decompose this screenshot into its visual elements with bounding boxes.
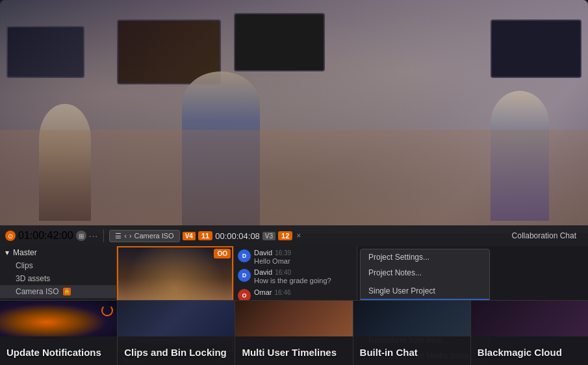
- card-title-bin: Clips and Bin Locking: [124, 347, 228, 359]
- app-window: ⊙ 01:00:42:00 ⊞ ··· ☰ ‹ › Camera ISO V4 …: [0, 0, 588, 365]
- bin-item-clips[interactable]: Clips: [0, 259, 116, 272]
- feature-card-bin-locking: Clips and Bin Locking: [118, 300, 235, 365]
- viewer-overlay-badge: OO: [214, 249, 231, 258]
- bin-clips-label: Clips: [16, 261, 33, 270]
- chat-message-1: D David 16:39 Hello Omar: [238, 249, 353, 266]
- card-img-bin: [118, 301, 235, 336]
- divider-1: [103, 229, 104, 242]
- chat-text-1: Hello Omar: [254, 257, 353, 266]
- background-photo: [0, 0, 588, 234]
- feature-cards: Update Notifications Clips and Bin Locki…: [0, 300, 588, 365]
- badge-v4: V4: [183, 232, 196, 240]
- master-chevron-icon: ▾: [5, 248, 9, 257]
- bin-nav-forward[interactable]: ›: [129, 232, 132, 240]
- person-right: [491, 91, 549, 221]
- layout-icon[interactable]: ⊞: [76, 231, 86, 241]
- chat-content-2: David 16:40 How is the grade going?: [254, 268, 353, 285]
- timecode-icon: ⊙: [5, 231, 16, 241]
- bin-panel-label: Camera ISO: [134, 232, 174, 240]
- panels-topbar: ⊙ 01:00:42:00 ⊞ ··· ☰ ‹ › Camera ISO V4 …: [0, 225, 588, 246]
- chat-content-1: David 16:39 Hello Omar: [254, 249, 353, 266]
- chat-text-2: How is the grade going?: [254, 276, 353, 285]
- chat-avatar-david-1: D: [238, 249, 251, 262]
- card-title-chat: Built-in Chat: [360, 347, 464, 359]
- panel-tab-chevron: ☰: [115, 232, 121, 240]
- card-title-timelines: Multi User Timelines: [242, 347, 346, 359]
- chat-time-3: 16:46: [275, 289, 291, 296]
- bin-panel-tab[interactable]: ☰ ‹ › Camera ISO: [109, 230, 179, 242]
- bin-3d-label: 3D assets: [16, 274, 50, 283]
- chat-sender-1: David: [254, 249, 272, 257]
- chat-content-3: Omar 16:46: [254, 288, 353, 296]
- chat-time-1: 16:39: [275, 249, 291, 257]
- dropdown-label-project-settings: Project Settings...: [368, 253, 429, 262]
- chat-sender-2: David: [254, 268, 272, 276]
- monitor-right: [491, 19, 582, 78]
- monitor-center2: [234, 13, 325, 71]
- bin-item-master[interactable]: ▾ Master: [0, 246, 116, 259]
- person-left: [39, 104, 91, 221]
- badge-12: 12: [278, 231, 292, 240]
- chat-avatar-david-2: D: [238, 269, 251, 282]
- timecode-center: 00:00:04:08: [215, 231, 260, 241]
- dropdown-single-user[interactable]: Single User Project: [361, 283, 489, 299]
- bin-item-3d[interactable]: 3D assets: [0, 272, 116, 285]
- dropdown-label-single-user: Single User Project: [368, 286, 435, 296]
- lock-icon: 🔒: [63, 288, 71, 296]
- chat-message-2: D David 16:40 How is the grade going?: [238, 268, 353, 285]
- collab-tab-label: Collaboration Chat: [512, 231, 576, 240]
- feature-card-update: Update Notifications: [0, 300, 118, 365]
- chat-sender-3: Omar: [254, 288, 272, 296]
- card-img-timelines: [235, 301, 352, 336]
- bin-item-camera-iso[interactable]: Camera ISO 🔒: [0, 285, 116, 298]
- feature-card-cloud: Blackmagic Cloud: [471, 300, 588, 365]
- bin-master-label: Master: [13, 248, 37, 257]
- dropdown-project-notes[interactable]: Project Notes...: [361, 265, 489, 281]
- dropdown-project-settings[interactable]: Project Settings...: [361, 249, 489, 265]
- refresh-icon: [101, 305, 113, 316]
- timecode-left: 01:00:42:00: [18, 230, 73, 242]
- person-center: [182, 71, 260, 234]
- monitor-left: [6, 26, 84, 78]
- collab-chat-tab[interactable]: Collaboration Chat: [505, 231, 583, 240]
- card-img-update: [0, 301, 117, 336]
- more-options-btn[interactable]: ···: [89, 231, 99, 241]
- card-title-cloud: Blackmagic Cloud: [478, 347, 582, 359]
- card-title-update: Update Notifications: [6, 347, 110, 359]
- feature-card-chat: Built-in Chat: [353, 300, 471, 365]
- badge-num: 11: [198, 231, 212, 240]
- card-img-cloud: [471, 301, 588, 336]
- chat-time-2: 16:40: [275, 269, 291, 276]
- card-img-chat: [353, 301, 470, 336]
- dropdown-label-project-notes: Project Notes...: [368, 268, 422, 277]
- bin-camera-label: Camera ISO: [16, 287, 59, 296]
- bottom-ui: ⊙ 01:00:42:00 ⊞ ··· ☰ ‹ › Camera ISO V4 …: [0, 225, 588, 365]
- badge-v3: V3: [262, 232, 275, 240]
- close-btn[interactable]: ×: [296, 231, 301, 240]
- feature-card-timelines: Multi User Timelines: [235, 300, 353, 365]
- bin-nav-back[interactable]: ‹: [124, 232, 127, 240]
